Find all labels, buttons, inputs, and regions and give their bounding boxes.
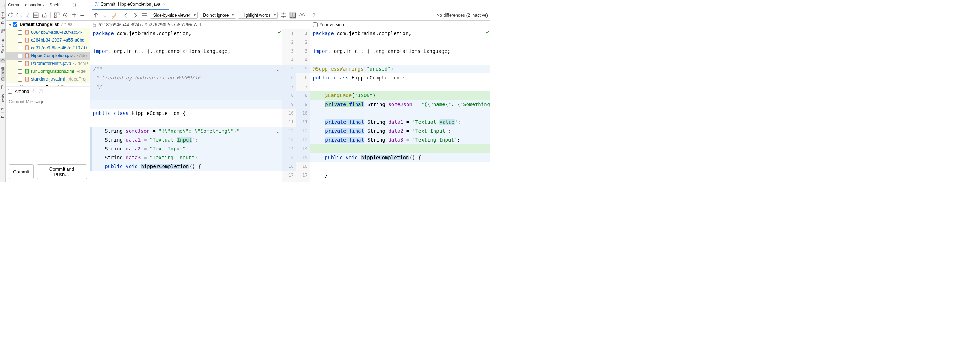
help-icon[interactable]: ? — [310, 12, 317, 19]
unversioned-checkbox[interactable] — [13, 85, 18, 86]
file-row[interactable]: cd317dc9-8fce-462a-9107-0 — [6, 44, 89, 52]
file-name: runConfigurations.xml — [31, 69, 74, 74]
pull-requests-icon[interactable] — [0, 85, 5, 90]
list-icon[interactable] — [141, 12, 148, 19]
right-checkbox[interactable] — [313, 22, 318, 27]
edit-icon[interactable] — [111, 12, 118, 19]
code-line: package com.jetbrains.completion; — [90, 29, 282, 38]
file-checkbox[interactable] — [18, 61, 22, 66]
file-checkbox[interactable] — [18, 69, 22, 74]
tool-commit[interactable]: Commit — [1, 67, 5, 81]
file-name: 0084bb2f-adf8-426f-ac54- — [31, 30, 82, 35]
file-row[interactable]: HippieCompletion.java~/Ide — [6, 52, 89, 60]
ignore-combo[interactable]: Do not ignore — [200, 12, 236, 19]
unversioned-label: Unversioned Files — [19, 84, 55, 86]
tool-pull-requests[interactable]: Pull Requests — [1, 94, 5, 118]
file-checkbox[interactable] — [18, 54, 22, 58]
tool-project[interactable]: Project — [1, 12, 5, 24]
code-line — [310, 38, 490, 47]
file-row[interactable]: ParameterHints.java~/IdeaP — [6, 60, 89, 67]
gear-icon[interactable] — [73, 3, 78, 8]
file-row[interactable]: c264bb84-2937-4a55-a0bc — [6, 36, 89, 44]
left-code-pane[interactable]: ✔ package com.jetbrains.completion; impo… — [90, 29, 282, 182]
code-line — [90, 38, 282, 47]
right-code-pane[interactable]: ✔ package com.jetbrains.completion; impo… — [310, 29, 490, 182]
back-icon[interactable] — [123, 12, 129, 19]
viewer-combo[interactable]: Side-by-side viewer — [150, 12, 198, 19]
code-line: } — [90, 180, 282, 182]
commit-and-push-button[interactable]: Commit and Push… — [37, 164, 87, 179]
file-row[interactable]: standard-java.iml~/IdeaProj — [6, 75, 89, 83]
commit-tool-icon[interactable] — [0, 58, 5, 63]
tab-commit-to-sandbox[interactable]: Commit to sandbox — [8, 3, 45, 8]
structure-icon[interactable] — [0, 29, 5, 33]
unversioned-row[interactable]: ▸ Unversioned Files 2 files — [6, 83, 89, 86]
apply-chunk-icon[interactable]: » — [277, 128, 279, 137]
sync-scroll-icon[interactable] — [289, 12, 296, 19]
tool-structure[interactable]: Structure — [1, 38, 5, 54]
file-row[interactable]: runConfigurations.xml~/Ide — [6, 67, 89, 75]
apply-chunk-icon[interactable]: » — [277, 66, 279, 75]
check-icon: ✔ — [487, 29, 489, 35]
code-line: String someJson = "{\"name\": \"Somethin… — [90, 127, 282, 135]
collapse-icon[interactable] — [79, 12, 86, 19]
rollback-icon[interactable] — [16, 12, 22, 19]
caret-right-icon[interactable]: ▸ — [8, 84, 12, 86]
history-icon[interactable] — [38, 89, 43, 94]
code-line: * Created by hadihariri on 09/09/16. — [90, 73, 282, 82]
commit-message-input[interactable] — [6, 96, 89, 162]
collapse-unchanged-icon[interactable] — [280, 12, 287, 19]
group-icon[interactable] — [54, 12, 60, 19]
amend-checkbox[interactable] — [8, 89, 13, 94]
diff-toolbar: Side-by-side viewer Do not ignore Highli… — [90, 10, 490, 21]
editor-tab-title: Commit: HippieCompletion.java — [101, 2, 161, 7]
settings-icon[interactable] — [298, 12, 305, 19]
close-icon[interactable]: × — [163, 2, 166, 7]
prev-file-icon[interactable] — [92, 12, 99, 19]
amend-label: Amend — [14, 89, 29, 94]
forward-icon[interactable] — [132, 12, 139, 19]
project-icon[interactable] — [0, 3, 5, 8]
file-name: cd317dc9-8fce-462a-9107-0 — [31, 45, 87, 50]
left-revision-hash: 631816940a44e824ca0b226290b537a85290e7ad — [99, 22, 201, 27]
view-options-icon[interactable] — [62, 12, 68, 19]
tab-shelf[interactable]: Shelf — [50, 3, 59, 8]
shelve-icon[interactable] — [41, 12, 48, 19]
refresh-icon[interactable] — [7, 12, 13, 19]
file-checkbox[interactable] — [18, 77, 22, 82]
file-checkbox[interactable] — [18, 30, 22, 35]
caret-down-icon[interactable]: ▾ — [8, 22, 12, 27]
gear-icon[interactable] — [31, 89, 36, 94]
minimize-icon[interactable] — [83, 3, 88, 8]
svg-point-25 — [301, 14, 303, 16]
expand-icon[interactable] — [71, 12, 77, 19]
changes-toolbar — [6, 10, 89, 21]
editor-tab[interactable]: Commit: HippieCompletion.java × — [92, 0, 169, 10]
gutter: 1234»567891011»121314151617181920 123456… — [282, 29, 310, 182]
file-checkbox[interactable] — [18, 46, 22, 50]
svg-point-4 — [75, 4, 76, 6]
svg-point-1 — [2, 59, 3, 61]
file-checkbox[interactable] — [18, 38, 22, 43]
check-icon: ✔ — [278, 29, 281, 35]
highlight-combo[interactable]: Highlight words — [238, 12, 278, 19]
file-name: HippieCompletion.java — [31, 53, 75, 58]
changelist-row[interactable]: ▾ Default Changelist 7 files — [6, 21, 89, 29]
svg-rect-23 — [290, 13, 293, 17]
diff-status: No differences (2 inactive) — [436, 13, 488, 18]
code-line: String data2 = "Text Input"; — [90, 145, 282, 153]
svg-rect-0 — [1, 4, 5, 7]
file-row[interactable]: 0084bb2f-adf8-426f-ac54- — [6, 29, 89, 36]
diff-file-icon — [94, 2, 99, 7]
changelist-icon[interactable] — [33, 12, 39, 19]
code-line — [90, 56, 282, 65]
svg-point-21 — [33, 91, 35, 92]
commit-button[interactable]: Commit — [8, 164, 34, 179]
svg-rect-24 — [293, 13, 296, 17]
file-name: ParameterHints.java — [31, 61, 71, 66]
next-file-icon[interactable] — [102, 12, 108, 19]
changelist-checkbox[interactable] — [13, 22, 18, 27]
changelist-label: Default Changelist — [19, 22, 59, 27]
code-line: */ — [90, 82, 282, 91]
diff-icon[interactable] — [24, 12, 30, 19]
